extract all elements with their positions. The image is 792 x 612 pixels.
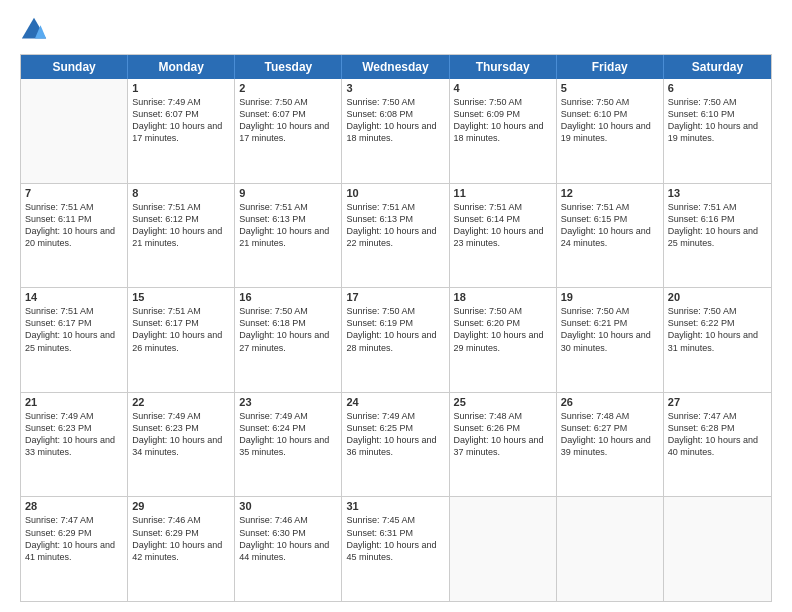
day-info: Sunrise: 7:51 AMSunset: 6:14 PMDaylight:… [454, 201, 552, 250]
day-info: Sunrise: 7:51 AMSunset: 6:13 PMDaylight:… [346, 201, 444, 250]
logo [20, 16, 52, 44]
week-row-2: 7Sunrise: 7:51 AMSunset: 6:11 PMDaylight… [21, 184, 771, 289]
day-number: 19 [561, 291, 659, 303]
day-cell-10: 10Sunrise: 7:51 AMSunset: 6:13 PMDayligh… [342, 184, 449, 288]
day-cell-28: 28Sunrise: 7:47 AMSunset: 6:29 PMDayligh… [21, 497, 128, 601]
day-cell-21: 21Sunrise: 7:49 AMSunset: 6:23 PMDayligh… [21, 393, 128, 497]
day-number: 15 [132, 291, 230, 303]
day-cell-16: 16Sunrise: 7:50 AMSunset: 6:18 PMDayligh… [235, 288, 342, 392]
day-info: Sunrise: 7:49 AMSunset: 6:24 PMDaylight:… [239, 410, 337, 459]
day-cell-1: 1Sunrise: 7:49 AMSunset: 6:07 PMDaylight… [128, 79, 235, 183]
day-info: Sunrise: 7:49 AMSunset: 6:23 PMDaylight:… [25, 410, 123, 459]
day-cell-12: 12Sunrise: 7:51 AMSunset: 6:15 PMDayligh… [557, 184, 664, 288]
header-day-thursday: Thursday [450, 55, 557, 79]
day-number: 6 [668, 82, 767, 94]
day-info: Sunrise: 7:51 AMSunset: 6:13 PMDaylight:… [239, 201, 337, 250]
day-number: 10 [346, 187, 444, 199]
day-number: 23 [239, 396, 337, 408]
day-cell-5: 5Sunrise: 7:50 AMSunset: 6:10 PMDaylight… [557, 79, 664, 183]
day-number: 27 [668, 396, 767, 408]
day-info: Sunrise: 7:50 AMSunset: 6:18 PMDaylight:… [239, 305, 337, 354]
day-info: Sunrise: 7:50 AMSunset: 6:19 PMDaylight:… [346, 305, 444, 354]
day-number: 3 [346, 82, 444, 94]
day-info: Sunrise: 7:50 AMSunset: 6:22 PMDaylight:… [668, 305, 767, 354]
day-cell-27: 27Sunrise: 7:47 AMSunset: 6:28 PMDayligh… [664, 393, 771, 497]
day-info: Sunrise: 7:46 AMSunset: 6:29 PMDaylight:… [132, 514, 230, 563]
day-number: 14 [25, 291, 123, 303]
week-row-4: 21Sunrise: 7:49 AMSunset: 6:23 PMDayligh… [21, 393, 771, 498]
day-info: Sunrise: 7:50 AMSunset: 6:09 PMDaylight:… [454, 96, 552, 145]
day-info: Sunrise: 7:49 AMSunset: 6:07 PMDaylight:… [132, 96, 230, 145]
day-number: 12 [561, 187, 659, 199]
day-number: 8 [132, 187, 230, 199]
day-cell-3: 3Sunrise: 7:50 AMSunset: 6:08 PMDaylight… [342, 79, 449, 183]
day-number: 4 [454, 82, 552, 94]
day-cell-13: 13Sunrise: 7:51 AMSunset: 6:16 PMDayligh… [664, 184, 771, 288]
day-number: 1 [132, 82, 230, 94]
day-info: Sunrise: 7:50 AMSunset: 6:08 PMDaylight:… [346, 96, 444, 145]
day-cell-14: 14Sunrise: 7:51 AMSunset: 6:17 PMDayligh… [21, 288, 128, 392]
day-number: 18 [454, 291, 552, 303]
header-day-saturday: Saturday [664, 55, 771, 79]
day-info: Sunrise: 7:46 AMSunset: 6:30 PMDaylight:… [239, 514, 337, 563]
day-cell-17: 17Sunrise: 7:50 AMSunset: 6:19 PMDayligh… [342, 288, 449, 392]
week-row-5: 28Sunrise: 7:47 AMSunset: 6:29 PMDayligh… [21, 497, 771, 601]
day-number: 17 [346, 291, 444, 303]
day-number: 26 [561, 396, 659, 408]
day-info: Sunrise: 7:51 AMSunset: 6:16 PMDaylight:… [668, 201, 767, 250]
day-info: Sunrise: 7:49 AMSunset: 6:25 PMDaylight:… [346, 410, 444, 459]
day-info: Sunrise: 7:50 AMSunset: 6:20 PMDaylight:… [454, 305, 552, 354]
day-cell-8: 8Sunrise: 7:51 AMSunset: 6:12 PMDaylight… [128, 184, 235, 288]
day-info: Sunrise: 7:50 AMSunset: 6:07 PMDaylight:… [239, 96, 337, 145]
day-cell-6: 6Sunrise: 7:50 AMSunset: 6:10 PMDaylight… [664, 79, 771, 183]
day-number: 9 [239, 187, 337, 199]
calendar-header: SundayMondayTuesdayWednesdayThursdayFrid… [21, 55, 771, 79]
day-number: 20 [668, 291, 767, 303]
header-day-monday: Monday [128, 55, 235, 79]
day-cell-4: 4Sunrise: 7:50 AMSunset: 6:09 PMDaylight… [450, 79, 557, 183]
day-info: Sunrise: 7:48 AMSunset: 6:26 PMDaylight:… [454, 410, 552, 459]
day-info: Sunrise: 7:51 AMSunset: 6:15 PMDaylight:… [561, 201, 659, 250]
day-info: Sunrise: 7:47 AMSunset: 6:29 PMDaylight:… [25, 514, 123, 563]
day-info: Sunrise: 7:47 AMSunset: 6:28 PMDaylight:… [668, 410, 767, 459]
day-info: Sunrise: 7:50 AMSunset: 6:10 PMDaylight:… [561, 96, 659, 145]
day-info: Sunrise: 7:48 AMSunset: 6:27 PMDaylight:… [561, 410, 659, 459]
day-info: Sunrise: 7:51 AMSunset: 6:11 PMDaylight:… [25, 201, 123, 250]
day-number: 11 [454, 187, 552, 199]
day-info: Sunrise: 7:49 AMSunset: 6:23 PMDaylight:… [132, 410, 230, 459]
header-day-wednesday: Wednesday [342, 55, 449, 79]
day-info: Sunrise: 7:50 AMSunset: 6:21 PMDaylight:… [561, 305, 659, 354]
day-info: Sunrise: 7:51 AMSunset: 6:17 PMDaylight:… [25, 305, 123, 354]
day-cell-7: 7Sunrise: 7:51 AMSunset: 6:11 PMDaylight… [21, 184, 128, 288]
empty-cell [450, 497, 557, 601]
day-cell-30: 30Sunrise: 7:46 AMSunset: 6:30 PMDayligh… [235, 497, 342, 601]
header-day-friday: Friday [557, 55, 664, 79]
day-number: 28 [25, 500, 123, 512]
header-day-tuesday: Tuesday [235, 55, 342, 79]
header-day-sunday: Sunday [21, 55, 128, 79]
day-cell-20: 20Sunrise: 7:50 AMSunset: 6:22 PMDayligh… [664, 288, 771, 392]
day-cell-2: 2Sunrise: 7:50 AMSunset: 6:07 PMDaylight… [235, 79, 342, 183]
day-cell-24: 24Sunrise: 7:49 AMSunset: 6:25 PMDayligh… [342, 393, 449, 497]
day-info: Sunrise: 7:50 AMSunset: 6:10 PMDaylight:… [668, 96, 767, 145]
day-info: Sunrise: 7:45 AMSunset: 6:31 PMDaylight:… [346, 514, 444, 563]
day-number: 2 [239, 82, 337, 94]
day-number: 16 [239, 291, 337, 303]
week-row-1: 1Sunrise: 7:49 AMSunset: 6:07 PMDaylight… [21, 79, 771, 184]
day-cell-18: 18Sunrise: 7:50 AMSunset: 6:20 PMDayligh… [450, 288, 557, 392]
day-info: Sunrise: 7:51 AMSunset: 6:12 PMDaylight:… [132, 201, 230, 250]
day-cell-19: 19Sunrise: 7:50 AMSunset: 6:21 PMDayligh… [557, 288, 664, 392]
day-number: 25 [454, 396, 552, 408]
day-cell-29: 29Sunrise: 7:46 AMSunset: 6:29 PMDayligh… [128, 497, 235, 601]
day-number: 30 [239, 500, 337, 512]
day-cell-22: 22Sunrise: 7:49 AMSunset: 6:23 PMDayligh… [128, 393, 235, 497]
day-info: Sunrise: 7:51 AMSunset: 6:17 PMDaylight:… [132, 305, 230, 354]
empty-cell [557, 497, 664, 601]
header [20, 16, 772, 44]
week-row-3: 14Sunrise: 7:51 AMSunset: 6:17 PMDayligh… [21, 288, 771, 393]
day-number: 5 [561, 82, 659, 94]
calendar-body: 1Sunrise: 7:49 AMSunset: 6:07 PMDaylight… [21, 79, 771, 601]
day-cell-31: 31Sunrise: 7:45 AMSunset: 6:31 PMDayligh… [342, 497, 449, 601]
day-cell-15: 15Sunrise: 7:51 AMSunset: 6:17 PMDayligh… [128, 288, 235, 392]
empty-cell [664, 497, 771, 601]
